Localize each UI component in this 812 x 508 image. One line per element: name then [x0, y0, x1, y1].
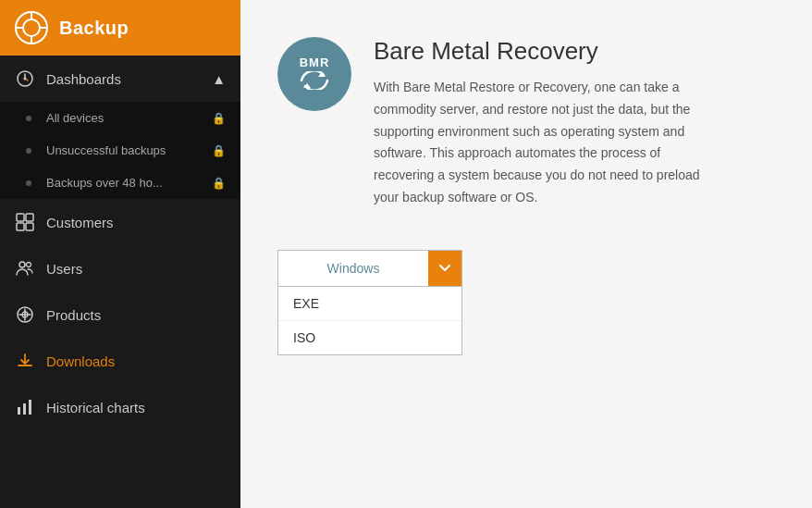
lock-icon-unsuccessful: 🔒: [212, 144, 226, 157]
sidebar-subitem-all-devices[interactable]: All devices 🔒: [0, 102, 240, 134]
users-icon: [15, 258, 35, 279]
sub-nav-dashboards: All devices 🔒 Unsuccessful backups 🔒 Bac…: [0, 102, 240, 199]
customers-icon: [15, 212, 35, 232]
svg-rect-9: [26, 214, 33, 221]
svg-rect-8: [17, 214, 24, 221]
dropdown-arrow-icon: [439, 265, 450, 272]
bmr-icon-label: BMR: [298, 56, 331, 69]
dropdown-option-iso[interactable]: ISO: [278, 321, 461, 354]
dropdown-options-list: EXE ISO: [277, 287, 462, 355]
sidebar-products-label: Products: [46, 307, 101, 323]
svg-rect-16: [18, 407, 20, 415]
sidebar-dashboards-label: Dashboards: [46, 71, 121, 87]
sub-dot-icon: [26, 180, 31, 186]
sub-label-backups-48h: Backups over 48 ho...: [46, 176, 163, 190]
nav-section: Dashboards ▲ All devices 🔒 Unsuccessful …: [0, 56, 240, 508]
app-logo-icon: [15, 11, 48, 44]
bmr-icon: BMR: [277, 37, 351, 111]
sidebar-item-dashboards[interactable]: Dashboards ▲: [0, 56, 240, 102]
lock-icon-all-devices: 🔒: [212, 112, 226, 125]
sidebar-subitem-unsuccessful[interactable]: Unsuccessful backups 🔒: [0, 134, 240, 167]
dashboards-arrow: ▲: [212, 71, 226, 87]
svg-point-7: [24, 78, 27, 81]
downloads-icon: [15, 351, 35, 371]
dropdown-container: Windows EXE ISO: [277, 250, 775, 355]
lock-icon-backups-48h: 🔒: [212, 177, 226, 190]
main-content: BMR Bare Metal Recovery With Bare Metal …: [240, 0, 812, 508]
sidebar-users-label: Users: [46, 261, 82, 277]
sidebar-item-users[interactable]: Users: [0, 245, 240, 291]
dropdown-select[interactable]: Windows: [277, 250, 462, 287]
bmr-text-block: Bare Metal Recovery With Bare Metal Rest…: [374, 37, 707, 209]
dropdown-option-exe[interactable]: EXE: [278, 287, 461, 321]
dashboards-icon: [15, 68, 35, 89]
sidebar-header: Backup: [0, 0, 240, 56]
products-icon: [15, 304, 35, 325]
svg-point-12: [19, 262, 25, 267]
sidebar-item-products[interactable]: Products: [0, 291, 240, 338]
sub-dot-icon: [26, 116, 31, 121]
sidebar: Backup Dashboards ▲ All devices 🔒: [0, 0, 240, 508]
historical-charts-icon: [15, 397, 35, 417]
bmr-header: BMR Bare Metal Recovery With Bare Metal …: [277, 37, 775, 209]
sub-dot-icon: [26, 148, 31, 154]
svg-rect-10: [17, 223, 24, 230]
sidebar-customers-label: Customers: [46, 215, 114, 230]
dropdown-selected-value: Windows: [278, 252, 428, 285]
sidebar-subitem-backups-48h[interactable]: Backups over 48 ho... 🔒: [0, 167, 240, 199]
bmr-refresh-icon: [298, 71, 331, 90]
sidebar-downloads-label: Downloads: [46, 353, 115, 369]
sidebar-item-historical-charts[interactable]: Historical charts: [0, 384, 240, 430]
svg-rect-11: [26, 223, 33, 230]
sidebar-item-downloads[interactable]: Downloads: [0, 338, 240, 384]
sidebar-item-customers[interactable]: Customers: [0, 199, 240, 245]
bmr-description: With Bare Metal Restore or Recovery, one…: [374, 77, 707, 209]
svg-rect-18: [29, 400, 31, 415]
svg-point-13: [27, 263, 31, 267]
bmr-title: Bare Metal Recovery: [374, 37, 707, 66]
app-title: Backup: [59, 18, 129, 39]
svg-rect-17: [23, 403, 26, 415]
dropdown-toggle-button[interactable]: [428, 251, 461, 286]
sub-label-all-devices: All devices: [46, 111, 104, 125]
sub-label-unsuccessful: Unsuccessful backups: [46, 143, 166, 157]
sidebar-historical-label: Historical charts: [46, 400, 145, 415]
svg-point-1: [23, 19, 40, 36]
